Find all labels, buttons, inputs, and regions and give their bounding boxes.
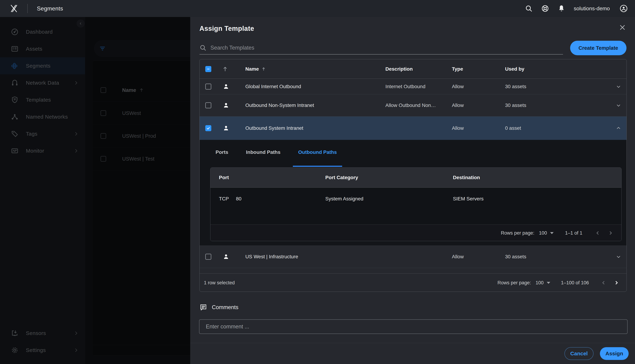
chevron-down-icon[interactable]: [615, 84, 621, 90]
outbound-paths-table: Port Port Category Destination TCP 80 Sy…: [210, 168, 621, 241]
template-used-by: 0 asset: [498, 125, 610, 131]
outbound-path-row[interactable]: TCP 80 System Assigned SIEM Servers: [210, 188, 621, 210]
comments-heading: Comments: [212, 304, 239, 310]
rows-per-page-value[interactable]: 100: [539, 230, 547, 236]
column-header-port-category: Port Category: [325, 175, 453, 180]
tab-ports[interactable]: Ports: [210, 147, 234, 167]
template-name: Global Internet Outbound: [238, 84, 378, 90]
template-type: Allow: [445, 254, 498, 260]
templates-table-footer: 1 row selected Rows per page: 100 1–100 …: [200, 274, 626, 292]
assign-template-modal: Assign Template Create Template: [190, 17, 635, 364]
tab-inbound-paths[interactable]: Inbound Paths: [241, 147, 286, 167]
template-name: US West | Infrastructure: [238, 254, 378, 260]
person-icon: [222, 124, 230, 132]
template-search-field: [199, 42, 563, 54]
comments-section-header: Comments: [199, 304, 239, 311]
previous-page-icon[interactable]: [595, 230, 601, 236]
column-header-name[interactable]: Name: [238, 66, 378, 72]
template-name: Outbound Non-System Intranet: [238, 102, 378, 108]
template-type: Allow: [445, 84, 498, 90]
column-header-port: Port: [219, 175, 325, 180]
template-row-outbound-non-system-intranet[interactable]: Outbound Non-System Intranet Allow Outbo…: [200, 94, 626, 116]
template-type: Allow: [445, 102, 498, 108]
column-header-type[interactable]: Type: [445, 66, 498, 72]
chevron-up-icon[interactable]: [615, 125, 621, 131]
close-icon[interactable]: [619, 24, 626, 31]
person-icon: [222, 102, 230, 109]
rows-per-page-value[interactable]: 100: [536, 280, 544, 286]
current-tenant-label[interactable]: solutions-demo: [574, 6, 610, 12]
template-row-us-west-infrastructure[interactable]: US West | Infrastructure Allow 30 assets: [200, 246, 626, 268]
template-description: Allow Outbound Non…: [378, 102, 445, 108]
template-row-global-internet-outbound[interactable]: Global Internet Outbound Internet Outbou…: [200, 79, 626, 94]
template-used-by: 30 assets: [498, 84, 610, 90]
tab-outbound-paths[interactable]: Outbound Paths: [293, 147, 342, 167]
modal-footer: Cancel Assign: [190, 343, 635, 364]
person-icon: [222, 83, 230, 90]
clipped-row: [200, 268, 626, 274]
row-checkbox-checked[interactable]: [205, 125, 211, 131]
sort-ascending-icon: [261, 67, 266, 71]
row-checkbox[interactable]: [205, 254, 211, 260]
next-page-icon[interactable]: [607, 230, 613, 236]
comment-bubble-icon: [199, 304, 207, 311]
cancel-button[interactable]: Cancel: [564, 347, 593, 360]
template-row-outbound-system-intranet-selected[interactable]: Outbound System Intranet Allow 0 asset: [200, 116, 626, 140]
dropdown-caret-icon[interactable]: [547, 282, 550, 284]
search-templates-input[interactable]: [210, 44, 563, 51]
modal-title: Assign Template: [199, 25, 254, 32]
rows-per-page-label: Rows per page:: [497, 280, 531, 286]
pagination-range: 1–100 of 106: [561, 280, 589, 286]
help-lifebuoy-icon[interactable]: [541, 4, 549, 12]
path-protocol: TCP: [219, 196, 229, 202]
chevron-down-icon[interactable]: [615, 254, 621, 260]
notifications-bell-icon[interactable]: [557, 4, 565, 12]
templates-table: Name Description Type Used by Global Int…: [199, 59, 627, 292]
comment-field: [199, 320, 627, 334]
template-detail-panel: Ports Inbound Paths Outbound Paths Port …: [200, 140, 626, 246]
path-category: System Assigned: [325, 196, 453, 202]
template-name: Outbound System Intranet: [238, 125, 378, 131]
template-used-by: 30 assets: [498, 254, 610, 260]
column-header-destination: Destination: [453, 175, 621, 180]
outbound-paths-header: Port Port Category Destination: [210, 168, 621, 188]
column-header-used-by[interactable]: Used by: [498, 66, 610, 72]
account-icon[interactable]: [619, 4, 628, 13]
assign-button[interactable]: Assign: [600, 347, 629, 360]
row-checkbox[interactable]: [205, 102, 211, 108]
next-page-icon[interactable]: [613, 280, 619, 286]
app-logo-icon[interactable]: [9, 4, 19, 14]
pagination-range: 1–1 of 1: [565, 230, 582, 236]
template-description: Internet Outbound: [378, 84, 445, 90]
search-icon[interactable]: [525, 4, 533, 12]
page-title: Segments: [37, 5, 63, 12]
outbound-paths-pagination: Rows per page: 100 1–1 of 1: [210, 224, 621, 241]
person-icon: [222, 253, 230, 260]
sort-ascending-icon[interactable]: [222, 66, 228, 72]
previous-page-icon[interactable]: [601, 280, 607, 286]
template-type: Allow: [445, 125, 498, 131]
templates-table-header: Name Description Type Used by: [200, 59, 626, 79]
dropdown-caret-icon[interactable]: [550, 232, 554, 234]
outbound-paths-empty-space: [210, 210, 621, 224]
comment-input[interactable]: [205, 323, 621, 330]
column-header-name-label: Name: [245, 66, 259, 72]
search-icon: [199, 44, 206, 51]
chevron-down-icon[interactable]: [615, 102, 621, 108]
topbar-divider: [27, 4, 28, 13]
column-header-description[interactable]: Description: [378, 66, 445, 72]
detail-tabs: Ports Inbound Paths Outbound Paths: [210, 147, 621, 167]
path-port: 80: [236, 196, 242, 202]
rows-per-page-label: Rows per page:: [501, 230, 534, 236]
path-destination-link[interactable]: SIEM Servers: [453, 196, 621, 202]
select-all-checkbox-indeterminate[interactable]: [205, 66, 211, 72]
row-checkbox[interactable]: [205, 84, 211, 90]
create-template-button[interactable]: Create Template: [570, 41, 626, 55]
top-bar: Segments solutions-demo: [0, 0, 635, 17]
selected-rows-count: 1 row selected: [204, 280, 235, 286]
template-used-by: 30 assets: [498, 102, 610, 108]
